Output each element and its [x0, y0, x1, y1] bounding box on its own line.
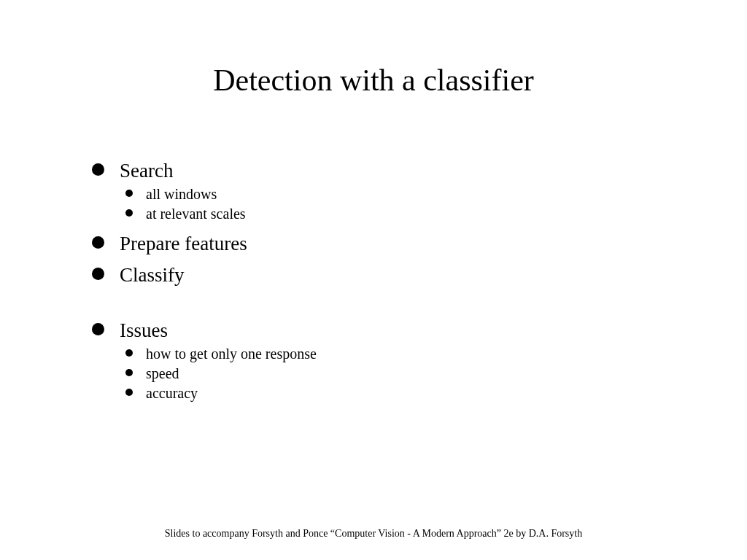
- bullet-label: Issues: [120, 319, 168, 341]
- bullet-prepare-features: Prepare features: [88, 233, 689, 254]
- slide-title: Detection with a classifier: [0, 63, 747, 98]
- sub-bullet: how to get only one response: [120, 345, 689, 363]
- bullet-issues: Issues how to get only one response spee…: [88, 320, 689, 402]
- sub-bullet: accuracy: [120, 384, 689, 402]
- slide-body: Search all windows at relevant scales Pr…: [88, 160, 689, 413]
- footer-attribution: Slides to accompany Forsyth and Ponce “C…: [0, 528, 747, 540]
- sub-bullet-list: how to get only one response speed accur…: [120, 345, 689, 402]
- sub-bullet: at relevant scales: [120, 205, 689, 223]
- bullet-list: Search all windows at relevant scales Pr…: [88, 160, 689, 402]
- sub-bullet: all windows: [120, 185, 689, 203]
- bullet-label: Search: [120, 160, 173, 182]
- bullet-label: Classify: [120, 264, 185, 286]
- bullet-classify: Classify: [88, 265, 689, 285]
- sub-bullet: speed: [120, 365, 689, 383]
- spacer: [88, 295, 689, 320]
- bullet-label: Prepare features: [120, 233, 247, 254]
- sub-bullet-list: all windows at relevant scales: [120, 185, 689, 223]
- bullet-search: Search all windows at relevant scales: [88, 160, 689, 223]
- slide: Detection with a classifier Search all w…: [0, 0, 747, 560]
